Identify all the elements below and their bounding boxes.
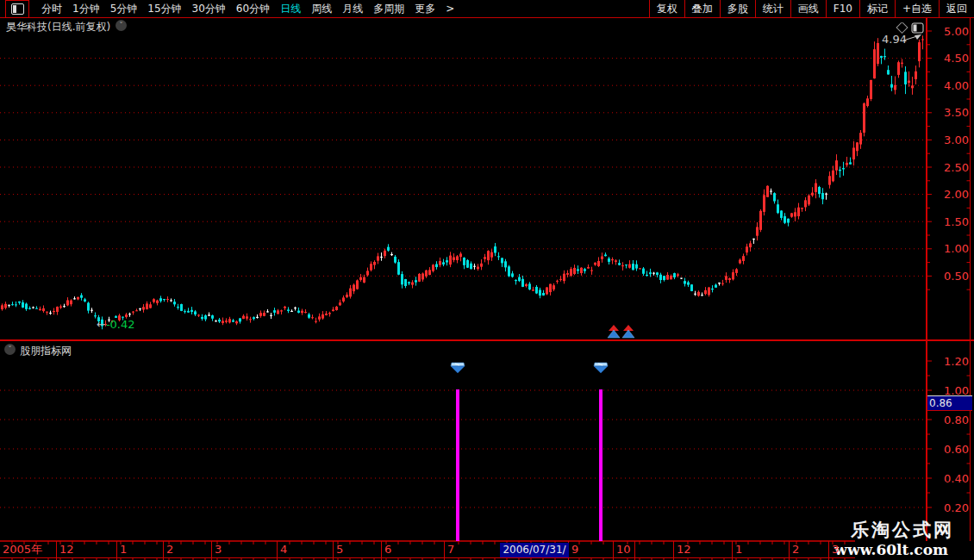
main-chart-title: 昊华科技(日线.前复权) <box>6 20 110 34</box>
diamond-gem-icon <box>594 366 608 373</box>
timeline-month-label: 1 <box>120 544 127 555</box>
timeline-month-label: 12 <box>677 544 691 555</box>
tool-button-标记[interactable]: 标记 <box>859 0 895 17</box>
timeline-month-label: 2 <box>792 544 799 555</box>
tool-button-多股[interactable]: 多股 <box>720 0 755 17</box>
crosshair-date-badge: 2006/07/31/— <box>500 543 569 557</box>
stock-chart-app: 分时1分钟5分钟15分钟30分钟60分钟日线周线月线多周期更多> 复权叠加多股统… <box>0 0 974 560</box>
timeline-month-label: 6 <box>384 544 391 555</box>
indicator-axis-label: 1.20 <box>929 356 969 367</box>
tool-button-复权[interactable]: 复权 <box>649 0 684 17</box>
timeline-month-label: 3 <box>215 544 222 555</box>
tool-button-F10[interactable]: F10 <box>826 0 859 17</box>
indicator-axis-label: 0.80 <box>929 414 969 426</box>
period-tab-日线[interactable]: 日线 <box>280 0 301 17</box>
timeline-month-label: 3 <box>832 544 839 555</box>
signal-line <box>599 389 603 541</box>
price-axis-label: 1.00 <box>929 243 969 254</box>
timeline-month-label: 12 <box>59 544 74 555</box>
timeline-month-label: 2 <box>166 544 173 555</box>
low-price-value: -0.42 <box>106 318 135 331</box>
period-tab-分时[interactable]: 分时 <box>41 0 62 17</box>
price-axis-label: 1.50 <box>929 216 969 227</box>
price-axis-label: 4.50 <box>929 53 969 64</box>
up-triangle-blue-icon <box>622 330 634 338</box>
period-tab-15分钟[interactable]: 15分钟 <box>147 0 181 17</box>
chevron-down-icon[interactable]: ˅ <box>116 20 127 31</box>
timeline-month-label: 1 <box>735 544 742 555</box>
timeline-month-label: 9 <box>571 544 578 555</box>
chevron-down-icon[interactable]: ˅ <box>4 344 16 355</box>
tool-button-叠加[interactable]: 叠加 <box>684 0 720 17</box>
price-axis-label: 3.00 <box>929 134 969 146</box>
left-arrow-icon: ← <box>97 318 106 331</box>
period-tab-更多[interactable]: 更多 <box>415 0 435 17</box>
timeline-month-label: 5 <box>336 544 343 555</box>
price-axis-label: 5.00 <box>929 26 969 37</box>
period-tab-多周期[interactable]: 多周期 <box>373 0 404 17</box>
price-axis-label: 2.00 <box>929 189 969 200</box>
tool-button-画线[interactable]: 画线 <box>790 0 826 17</box>
watermark-site-name: 乐淘公式网 <box>851 518 954 542</box>
tool-button-+自选[interactable]: +自选 <box>895 0 939 17</box>
top-toolbar: 分时1分钟5分钟15分钟30分钟60分钟日线周线月线多周期更多> 复权叠加多股统… <box>0 0 974 18</box>
period-tab-月线[interactable]: 月线 <box>342 0 363 17</box>
indicator-axis-label: 0.60 <box>929 444 969 455</box>
period-toolbar: 分时1分钟5分钟15分钟30分钟60分钟日线周线月线多周期更多> <box>0 0 649 18</box>
indicator-axis-label: 1.00 <box>929 385 969 396</box>
tool-button-统计[interactable]: 统计 <box>755 0 790 17</box>
price-axis-label: 4.00 <box>929 80 969 91</box>
timeline-month-label: 4 <box>280 544 287 555</box>
tools-toolbar: 复权叠加多股统计画线F10标记+自选返回 <box>649 0 974 17</box>
period-tab-5分钟[interactable]: 5分钟 <box>110 0 138 17</box>
chart-canvas <box>0 0 974 560</box>
timeline-month-label: 7 <box>447 544 454 555</box>
layout-toggle-button[interactable] <box>5 0 29 18</box>
price-axis-label: 3.50 <box>929 107 969 118</box>
period-tab-周线[interactable]: 周线 <box>311 0 332 17</box>
price-axis-label: 0.50 <box>929 271 969 282</box>
split-layout-icon <box>11 3 24 15</box>
sub-panel-title: 股朋指标网 <box>20 344 72 358</box>
price-axis-label: 2.50 <box>929 162 969 173</box>
indicator-value-badge: 0.86 <box>927 395 972 411</box>
high-price-annotation: 4.94 <box>882 33 907 46</box>
period-tab-60分钟[interactable]: 60分钟 <box>236 0 270 17</box>
tool-button-返回[interactable]: 返回 <box>939 0 974 17</box>
low-price-annotation: ←-0.42 <box>97 318 135 331</box>
timeline-month-label: 10 <box>616 544 631 555</box>
indicator-axis-label: 0.20 <box>929 502 969 513</box>
timeline-year-label: 2005年 <box>3 544 42 555</box>
period-tab-1分钟[interactable]: 1分钟 <box>72 0 100 17</box>
watermark-site-url: www.60lt.com <box>834 541 948 558</box>
indicator-axis-label: 0.40 <box>929 473 969 484</box>
more-arrow-icon[interactable]: > <box>446 0 454 17</box>
diamond-marker-icon[interactable] <box>896 22 908 33</box>
up-triangle-blue-icon <box>608 330 620 338</box>
signal-line <box>456 389 459 541</box>
split-layout-icon[interactable] <box>912 23 923 33</box>
period-tab-30分钟[interactable]: 30分钟 <box>192 0 226 17</box>
diamond-gem-icon <box>451 366 465 373</box>
